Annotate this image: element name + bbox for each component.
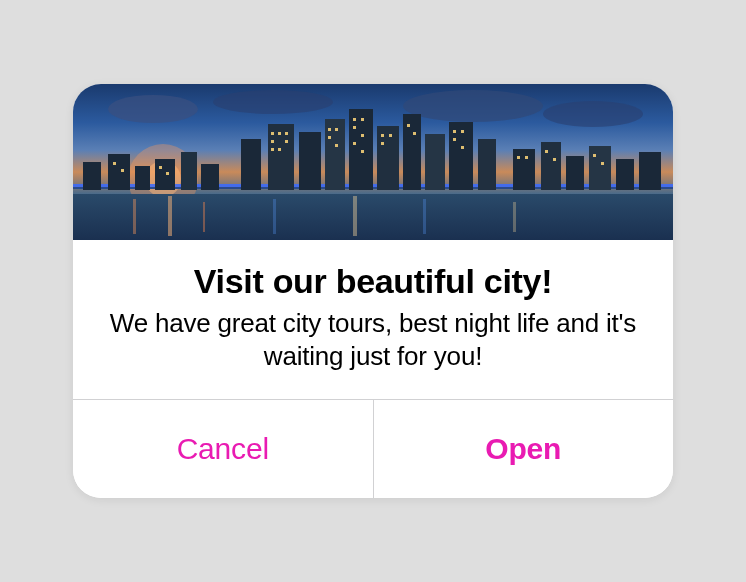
svg-rect-35 bbox=[566, 156, 584, 190]
svg-rect-64 bbox=[461, 146, 464, 149]
svg-rect-10 bbox=[203, 202, 205, 232]
svg-rect-69 bbox=[593, 154, 596, 157]
svg-rect-65 bbox=[517, 156, 520, 159]
svg-rect-36 bbox=[589, 146, 611, 190]
svg-rect-29 bbox=[403, 114, 421, 190]
svg-rect-72 bbox=[121, 169, 124, 172]
svg-rect-12 bbox=[353, 196, 357, 236]
svg-rect-32 bbox=[478, 139, 496, 190]
svg-rect-23 bbox=[241, 139, 261, 190]
svg-rect-73 bbox=[159, 166, 162, 169]
svg-rect-61 bbox=[453, 130, 456, 133]
svg-rect-66 bbox=[525, 156, 528, 159]
svg-rect-63 bbox=[453, 138, 456, 141]
svg-point-3 bbox=[403, 90, 543, 122]
svg-rect-22 bbox=[201, 164, 219, 190]
svg-rect-50 bbox=[353, 118, 356, 121]
svg-rect-74 bbox=[166, 172, 169, 175]
svg-rect-53 bbox=[361, 134, 364, 137]
svg-rect-57 bbox=[389, 134, 392, 137]
svg-rect-14 bbox=[513, 202, 516, 232]
svg-rect-17 bbox=[83, 162, 101, 190]
svg-rect-38 bbox=[639, 152, 661, 190]
svg-rect-44 bbox=[271, 148, 274, 151]
svg-rect-56 bbox=[381, 134, 384, 137]
svg-rect-55 bbox=[361, 150, 364, 153]
cancel-button[interactable]: Cancel bbox=[73, 400, 374, 498]
svg-rect-58 bbox=[381, 142, 384, 145]
svg-rect-25 bbox=[299, 132, 321, 190]
svg-rect-45 bbox=[278, 148, 281, 151]
svg-rect-30 bbox=[425, 134, 445, 190]
svg-rect-71 bbox=[113, 162, 116, 165]
svg-rect-41 bbox=[285, 132, 288, 135]
alert-text-content: Visit our beautiful city! We have great … bbox=[73, 240, 673, 400]
svg-rect-52 bbox=[353, 126, 356, 129]
svg-rect-8 bbox=[133, 199, 136, 234]
svg-rect-13 bbox=[423, 199, 426, 234]
svg-rect-67 bbox=[545, 150, 548, 153]
svg-rect-40 bbox=[278, 132, 281, 135]
svg-point-1 bbox=[108, 95, 198, 123]
svg-rect-43 bbox=[285, 140, 288, 143]
svg-rect-19 bbox=[135, 166, 150, 190]
svg-rect-37 bbox=[616, 159, 634, 190]
svg-rect-11 bbox=[273, 199, 276, 234]
svg-rect-18 bbox=[108, 154, 130, 190]
alert-title: Visit our beautiful city! bbox=[101, 262, 645, 301]
svg-rect-9 bbox=[168, 196, 172, 236]
svg-rect-39 bbox=[271, 132, 274, 135]
svg-rect-21 bbox=[181, 152, 197, 190]
svg-rect-68 bbox=[553, 158, 556, 161]
alert-button-row: Cancel Open bbox=[73, 399, 673, 498]
svg-point-4 bbox=[543, 101, 643, 127]
svg-rect-42 bbox=[271, 140, 274, 143]
svg-rect-47 bbox=[335, 128, 338, 131]
svg-rect-54 bbox=[353, 142, 356, 145]
svg-rect-70 bbox=[601, 162, 604, 165]
city-skyline-image bbox=[73, 84, 673, 240]
svg-rect-20 bbox=[155, 159, 175, 190]
svg-rect-51 bbox=[361, 118, 364, 121]
svg-rect-59 bbox=[407, 124, 410, 127]
svg-rect-28 bbox=[377, 126, 399, 190]
svg-rect-34 bbox=[541, 142, 561, 190]
svg-rect-46 bbox=[328, 128, 331, 131]
svg-rect-33 bbox=[513, 149, 535, 190]
open-button[interactable]: Open bbox=[374, 400, 674, 498]
svg-rect-60 bbox=[413, 132, 416, 135]
alert-description: We have great city tours, best night lif… bbox=[101, 307, 645, 374]
svg-rect-62 bbox=[461, 130, 464, 133]
svg-point-2 bbox=[213, 90, 333, 114]
svg-rect-7 bbox=[73, 194, 673, 240]
svg-rect-27 bbox=[349, 109, 373, 190]
alert-dialog: Visit our beautiful city! We have great … bbox=[73, 84, 673, 499]
svg-rect-48 bbox=[328, 136, 331, 139]
svg-rect-49 bbox=[335, 144, 338, 147]
